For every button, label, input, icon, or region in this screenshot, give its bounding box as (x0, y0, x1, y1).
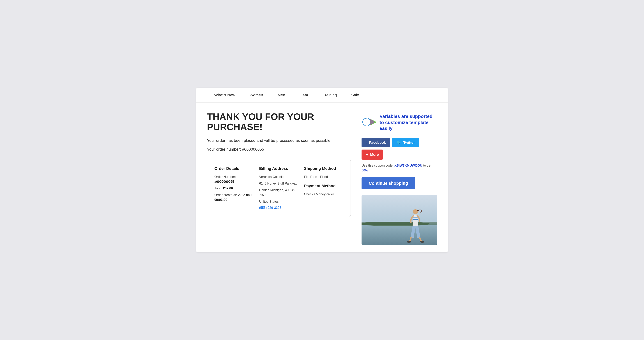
svg-rect-6 (362, 222, 437, 225)
order-number-text: Your order number: #000000055 (207, 147, 351, 152)
variables-banner: Variables are supported to customize tem… (362, 112, 437, 133)
left-column: THANK YOU FOR YOUR PURCHASE! Your order … (207, 112, 362, 245)
more-label: More (370, 153, 379, 157)
shipping-payment-section: Shipping Method Flat Rate - Fixed Paymen… (304, 166, 344, 210)
order-details-title: Order Details (214, 166, 254, 171)
billing-phone[interactable]: (555) 229-3326 (259, 206, 281, 210)
product-image-bg (362, 195, 437, 245)
page-card: What's New Women Men Gear Training Sale … (196, 88, 448, 252)
coupon-code: XSIW7KMUWQGU (394, 164, 422, 167)
twitter-button[interactable]: 🐦 Twitter (392, 138, 419, 147)
order-created: Order create at: 2022-04-1 09:06:00 (214, 193, 254, 202)
nav-gc[interactable]: GC (366, 88, 387, 102)
billing-address1: 6146 Honey Bluff Parkway (259, 181, 298, 186)
thank-you-title: THANK YOU FOR YOUR PURCHASE! (207, 112, 351, 132)
svg-rect-4 (362, 224, 437, 245)
svg-point-0 (362, 118, 370, 126)
facebook-label: Facebook (369, 141, 386, 145)
order-total-value: €37.60 (223, 187, 233, 190)
nav-whats-new[interactable]: What's New (207, 88, 242, 102)
coupon-suffix: to get (422, 164, 431, 167)
coupon-prefix: Use this coupon code: (362, 164, 394, 167)
nav-women[interactable]: Women (242, 88, 270, 102)
product-image (362, 195, 437, 245)
billing-country: United States (259, 199, 298, 204)
order-number-detail: Order Number: #0000000055 (214, 174, 254, 184)
main-content: THANK YOU FOR YOUR PURCHASE! Your order … (196, 103, 448, 245)
svg-point-13 (407, 241, 411, 243)
payment-method: Check / Money order (304, 192, 344, 197)
svg-point-14 (420, 241, 424, 243)
svg-marker-2 (370, 119, 375, 125)
order-details-section: Order Details Order Number: #0000000055 … (214, 166, 254, 210)
facebook-icon:  (366, 140, 367, 145)
more-button[interactable]: + More (362, 150, 383, 160)
order-details-box: Order Details Order Number: #0000000055 … (207, 159, 351, 217)
order-message: Your order has been placed and will be p… (207, 137, 351, 143)
navigation: What's New Women Men Gear Training Sale … (196, 88, 448, 103)
right-column: Variables are supported to customize tem… (362, 112, 437, 245)
nav-training[interactable]: Training (316, 88, 344, 102)
billing-title: Billing Address (259, 166, 298, 171)
social-buttons:  Facebook 🐦 Twitter + More (362, 138, 437, 160)
billing-name: Veronica Costello (259, 174, 298, 179)
variables-text: Variables are supported to customize tem… (380, 113, 437, 132)
shipping-method: Flat Rate - Fixed (304, 174, 344, 179)
coupon-text: Use this coupon code: XSIW7KMUWQGU to ge… (362, 163, 437, 173)
nav-men[interactable]: Men (270, 88, 292, 102)
twitter-label: Twitter (403, 141, 415, 145)
coupon-discount: 50% (362, 169, 368, 172)
more-icon: + (366, 152, 368, 157)
twitter-icon: 🐦 (396, 140, 402, 145)
shipping-title: Shipping Method (304, 166, 344, 171)
facebook-button[interactable]:  Facebook (362, 138, 390, 147)
runner-illustration (362, 195, 437, 245)
billing-address2: Calder, Michigan, 49628-7978 (259, 188, 298, 197)
billing-address-section: Billing Address Veronica Costello 6146 H… (259, 166, 298, 210)
order-total: Total: €37.60 (214, 186, 254, 191)
payment-title: Payment Method (304, 184, 344, 188)
continue-shopping-button[interactable]: Continue shopping (362, 177, 415, 189)
order-number-value: #0000000055 (214, 180, 234, 183)
arrow-icon (370, 119, 376, 126)
nav-gear[interactable]: Gear (292, 88, 316, 102)
svg-point-7 (413, 209, 418, 214)
nav-sale[interactable]: Sale (344, 88, 366, 102)
